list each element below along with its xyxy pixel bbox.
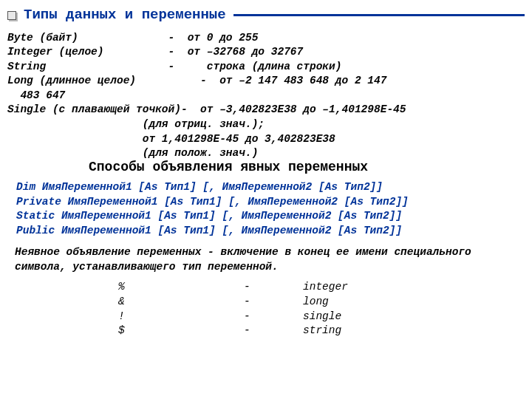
section-title-row: Типы данных и переменные — [7, 6, 525, 25]
symbol-dash: - — [244, 310, 303, 324]
implicit-declaration-text: Неявное объявление переменных - включени… — [15, 245, 517, 274]
symbol-type: integer — [303, 280, 348, 295]
declaration-syntax: Dim ИмяПеременной1 [As Тип1] [, ИмяПерем… — [16, 180, 525, 238]
symbol-type: long — [303, 295, 329, 310]
symbol-table: % - integer & - long ! - single $ - stri… — [7, 280, 525, 338]
symbol-type: single — [303, 310, 341, 324]
declare-title: Способы объявления явных переменных — [89, 158, 525, 176]
title-text: Типы данных и переменные — [24, 6, 226, 25]
symbol-type: string — [303, 324, 341, 338]
symbol-row: & - long — [118, 295, 525, 310]
symbol-char: $ — [118, 324, 244, 338]
bullet-icon — [7, 11, 16, 20]
symbol-dash: - — [244, 280, 303, 295]
symbol-row: ! - single — [118, 310, 525, 324]
symbol-char: & — [118, 295, 244, 310]
symbol-dash: - — [244, 295, 303, 310]
symbol-row: $ - string — [118, 324, 525, 338]
symbol-char: ! — [118, 310, 244, 324]
symbol-row: % - integer — [118, 280, 525, 295]
symbol-dash: - — [244, 324, 303, 338]
title-underline — [233, 14, 525, 16]
data-types-list: Byte (байт) - от 0 до 255 Integer (целое… — [7, 31, 525, 161]
symbol-char: % — [118, 280, 244, 295]
